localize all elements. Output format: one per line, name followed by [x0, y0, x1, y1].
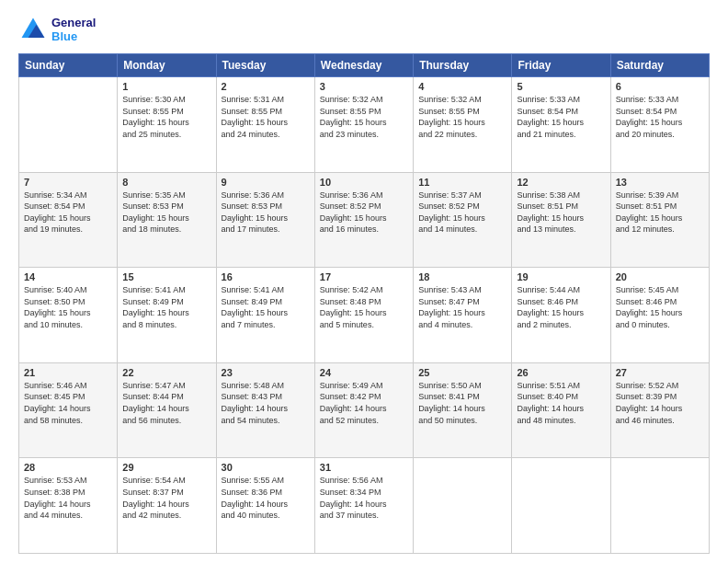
weekday-header-sunday: Sunday: [19, 54, 118, 77]
day-cell: 29Sunrise: 5:54 AM Sunset: 8:37 PM Dayli…: [118, 458, 216, 554]
day-info: Sunrise: 5:43 AM Sunset: 8:47 PM Dayligh…: [418, 284, 506, 330]
day-number: 15: [122, 271, 210, 282]
day-number: 21: [24, 367, 112, 378]
day-cell: 23Sunrise: 5:48 AM Sunset: 8:43 PM Dayli…: [216, 362, 314, 458]
day-number: 10: [320, 177, 408, 188]
header-row: SundayMondayTuesdayWednesdayThursdayFrid…: [19, 54, 710, 77]
header: General Blue: [18, 15, 710, 44]
day-info: Sunrise: 5:32 AM Sunset: 8:55 PM Dayligh…: [418, 94, 506, 140]
day-cell: 25Sunrise: 5:50 AM Sunset: 8:41 PM Dayli…: [414, 362, 512, 458]
day-cell: 26Sunrise: 5:51 AM Sunset: 8:40 PM Dayli…: [512, 362, 610, 458]
weekday-header-monday: Monday: [118, 54, 216, 77]
day-number: 11: [418, 177, 506, 188]
day-cell: 1Sunrise: 5:30 AM Sunset: 8:55 PM Daylig…: [118, 77, 216, 173]
weekday-header-tuesday: Tuesday: [216, 54, 314, 77]
day-number: 16: [222, 271, 310, 282]
page: General Blue SundayMondayTuesdayWednesda…: [0, 0, 728, 563]
day-number: 22: [122, 367, 210, 378]
day-info: Sunrise: 5:44 AM Sunset: 8:46 PM Dayligh…: [517, 284, 605, 330]
day-cell: 2Sunrise: 5:31 AM Sunset: 8:55 PM Daylig…: [216, 77, 314, 173]
logo-icon: [18, 15, 48, 44]
day-info: Sunrise: 5:52 AM Sunset: 8:39 PM Dayligh…: [616, 380, 704, 426]
week-row-2: 7Sunrise: 5:34 AM Sunset: 8:54 PM Daylig…: [19, 172, 710, 268]
weekday-header-saturday: Saturday: [610, 54, 709, 77]
day-info: Sunrise: 5:49 AM Sunset: 8:42 PM Dayligh…: [320, 380, 408, 426]
day-number: 24: [320, 367, 408, 378]
day-cell: 10Sunrise: 5:36 AM Sunset: 8:52 PM Dayli…: [314, 172, 413, 268]
day-number: 7: [24, 177, 112, 188]
day-cell: 22Sunrise: 5:47 AM Sunset: 8:44 PM Dayli…: [118, 362, 216, 458]
day-cell: 24Sunrise: 5:49 AM Sunset: 8:42 PM Dayli…: [314, 362, 413, 458]
day-cell: 9Sunrise: 5:36 AM Sunset: 8:53 PM Daylig…: [216, 172, 314, 268]
day-number: 14: [24, 271, 112, 282]
day-cell: 28Sunrise: 5:53 AM Sunset: 8:38 PM Dayli…: [19, 458, 118, 554]
day-cell: 13Sunrise: 5:39 AM Sunset: 8:51 PM Dayli…: [610, 172, 709, 268]
day-info: Sunrise: 5:42 AM Sunset: 8:48 PM Dayligh…: [320, 284, 408, 330]
day-info: Sunrise: 5:41 AM Sunset: 8:49 PM Dayligh…: [222, 284, 310, 330]
day-cell: 8Sunrise: 5:35 AM Sunset: 8:53 PM Daylig…: [118, 172, 216, 268]
day-number: 17: [320, 271, 408, 282]
day-info: Sunrise: 5:48 AM Sunset: 8:43 PM Dayligh…: [222, 380, 310, 426]
day-info: Sunrise: 5:38 AM Sunset: 8:51 PM Dayligh…: [517, 190, 605, 236]
day-number: 31: [320, 462, 408, 473]
day-cell: 3Sunrise: 5:32 AM Sunset: 8:55 PM Daylig…: [314, 77, 413, 173]
day-cell: 31Sunrise: 5:56 AM Sunset: 8:34 PM Dayli…: [314, 458, 413, 554]
day-number: 25: [418, 367, 506, 378]
day-info: Sunrise: 5:35 AM Sunset: 8:53 PM Dayligh…: [122, 190, 210, 236]
day-cell: 14Sunrise: 5:40 AM Sunset: 8:50 PM Dayli…: [19, 268, 118, 363]
weekday-header-wednesday: Wednesday: [314, 54, 413, 77]
day-number: 12: [517, 177, 605, 188]
day-number: 26: [517, 367, 605, 378]
logo-text: General Blue: [51, 16, 96, 43]
day-cell: 20Sunrise: 5:45 AM Sunset: 8:46 PM Dayli…: [610, 268, 709, 363]
day-number: 27: [616, 367, 704, 378]
day-info: Sunrise: 5:36 AM Sunset: 8:53 PM Dayligh…: [222, 190, 310, 236]
day-info: Sunrise: 5:33 AM Sunset: 8:54 PM Dayligh…: [616, 94, 704, 140]
day-cell: 6Sunrise: 5:33 AM Sunset: 8:54 PM Daylig…: [610, 77, 709, 173]
day-cell: 16Sunrise: 5:41 AM Sunset: 8:49 PM Dayli…: [216, 268, 314, 363]
day-cell: [610, 458, 709, 554]
day-info: Sunrise: 5:46 AM Sunset: 8:45 PM Dayligh…: [24, 380, 112, 426]
day-info: Sunrise: 5:33 AM Sunset: 8:54 PM Dayligh…: [517, 94, 605, 140]
day-number: 18: [418, 271, 506, 282]
day-number: 5: [517, 81, 605, 92]
day-cell: 18Sunrise: 5:43 AM Sunset: 8:47 PM Dayli…: [414, 268, 512, 363]
day-number: 23: [222, 367, 310, 378]
day-cell: [19, 77, 118, 173]
day-cell: 30Sunrise: 5:55 AM Sunset: 8:36 PM Dayli…: [216, 458, 314, 554]
day-cell: 4Sunrise: 5:32 AM Sunset: 8:55 PM Daylig…: [414, 77, 512, 173]
day-info: Sunrise: 5:32 AM Sunset: 8:55 PM Dayligh…: [320, 94, 408, 140]
day-number: 2: [222, 81, 310, 92]
day-info: Sunrise: 5:45 AM Sunset: 8:46 PM Dayligh…: [616, 284, 704, 330]
day-info: Sunrise: 5:34 AM Sunset: 8:54 PM Dayligh…: [24, 190, 112, 236]
day-info: Sunrise: 5:41 AM Sunset: 8:49 PM Dayligh…: [122, 284, 210, 330]
week-row-3: 14Sunrise: 5:40 AM Sunset: 8:50 PM Dayli…: [19, 268, 710, 363]
day-info: Sunrise: 5:54 AM Sunset: 8:37 PM Dayligh…: [122, 475, 210, 521]
day-number: 6: [616, 81, 704, 92]
day-info: Sunrise: 5:55 AM Sunset: 8:36 PM Dayligh…: [222, 475, 310, 521]
day-number: 29: [122, 462, 210, 473]
calendar-table: SundayMondayTuesdayWednesdayThursdayFrid…: [18, 53, 710, 554]
day-cell: [512, 458, 610, 554]
day-cell: 21Sunrise: 5:46 AM Sunset: 8:45 PM Dayli…: [19, 362, 118, 458]
day-number: 8: [122, 177, 210, 188]
day-info: Sunrise: 5:39 AM Sunset: 8:51 PM Dayligh…: [616, 190, 704, 236]
day-number: 20: [616, 271, 704, 282]
day-cell: [414, 458, 512, 554]
weekday-header-friday: Friday: [512, 54, 610, 77]
day-cell: 7Sunrise: 5:34 AM Sunset: 8:54 PM Daylig…: [19, 172, 118, 268]
logo: General Blue: [18, 15, 96, 44]
day-cell: 5Sunrise: 5:33 AM Sunset: 8:54 PM Daylig…: [512, 77, 610, 173]
day-info: Sunrise: 5:50 AM Sunset: 8:41 PM Dayligh…: [418, 380, 506, 426]
weekday-header-thursday: Thursday: [414, 54, 512, 77]
day-number: 1: [122, 81, 210, 92]
day-cell: 12Sunrise: 5:38 AM Sunset: 8:51 PM Dayli…: [512, 172, 610, 268]
day-number: 13: [616, 177, 704, 188]
day-info: Sunrise: 5:47 AM Sunset: 8:44 PM Dayligh…: [122, 380, 210, 426]
day-info: Sunrise: 5:30 AM Sunset: 8:55 PM Dayligh…: [122, 94, 210, 140]
day-info: Sunrise: 5:53 AM Sunset: 8:38 PM Dayligh…: [24, 475, 112, 521]
day-cell: 17Sunrise: 5:42 AM Sunset: 8:48 PM Dayli…: [314, 268, 413, 363]
day-info: Sunrise: 5:51 AM Sunset: 8:40 PM Dayligh…: [517, 380, 605, 426]
day-cell: 15Sunrise: 5:41 AM Sunset: 8:49 PM Dayli…: [118, 268, 216, 363]
day-number: 4: [418, 81, 506, 92]
